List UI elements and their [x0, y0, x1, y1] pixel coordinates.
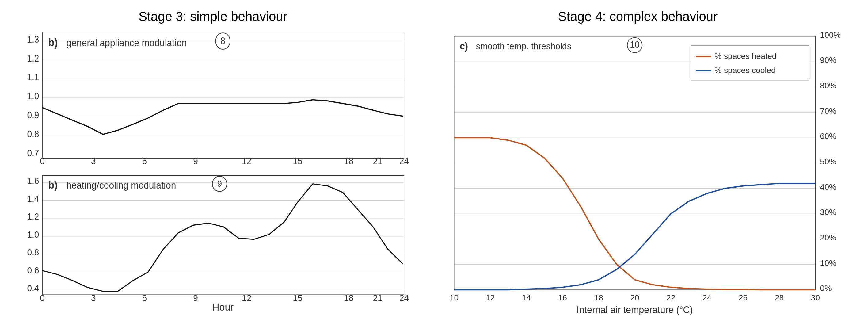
svg-text:12: 12: [242, 292, 251, 302]
svg-text:12: 12: [486, 293, 495, 302]
svg-text:40%: 40%: [820, 182, 836, 192]
svg-rect-42: [42, 175, 404, 295]
svg-text:0: 0: [40, 292, 45, 302]
main-container: Stage 3: simple behaviour 1.3 1.2 1.1 1.…: [0, 0, 868, 321]
svg-text:1.6: 1.6: [27, 176, 39, 186]
svg-text:3: 3: [91, 156, 96, 167]
svg-text:1.0: 1.0: [27, 91, 39, 101]
svg-text:% spaces heated: % spaces heated: [714, 52, 777, 61]
svg-text:0%: 0%: [820, 284, 832, 293]
svg-text:0.8: 0.8: [27, 128, 39, 139]
svg-text:70%: 70%: [820, 107, 836, 116]
svg-text:smooth temp. thresholds: smooth temp. thresholds: [476, 41, 571, 51]
svg-text:1.3: 1.3: [27, 34, 39, 45]
svg-text:1.1: 1.1: [27, 72, 39, 83]
svg-text:1.2: 1.2: [27, 211, 39, 221]
svg-text:0.9: 0.9: [27, 110, 39, 120]
svg-text:28: 28: [775, 293, 783, 302]
svg-text:15: 15: [293, 292, 303, 302]
svg-text:21: 21: [373, 156, 382, 167]
svg-text:0.7: 0.7: [27, 147, 39, 158]
svg-text:% spaces cooled: % spaces cooled: [714, 66, 776, 75]
left-title: Stage 3: simple behaviour: [15, 9, 411, 24]
svg-text:20: 20: [630, 293, 639, 302]
svg-text:26: 26: [739, 293, 748, 302]
svg-text:14: 14: [522, 293, 531, 302]
svg-text:21: 21: [373, 292, 382, 302]
svg-text:1.0: 1.0: [27, 229, 39, 239]
svg-text:24: 24: [399, 292, 409, 302]
svg-text:6: 6: [142, 156, 147, 167]
svg-text:16: 16: [558, 293, 567, 302]
svg-text:20%: 20%: [820, 233, 836, 242]
svg-text:0.4: 0.4: [27, 283, 39, 293]
svg-text:30%: 30%: [820, 208, 836, 217]
svg-text:1.2: 1.2: [27, 53, 39, 63]
svg-text:9: 9: [217, 178, 222, 188]
svg-text:10: 10: [630, 39, 640, 49]
svg-text:3: 3: [91, 292, 96, 302]
svg-text:80%: 80%: [820, 81, 836, 90]
svg-text:Hour: Hour: [212, 301, 234, 312]
svg-text:Internal air temperature (°C): Internal air temperature (°C): [577, 304, 693, 315]
svg-text:c): c): [460, 41, 468, 52]
svg-text:6: 6: [142, 292, 147, 302]
svg-text:9: 9: [193, 292, 198, 302]
svg-text:30: 30: [811, 293, 819, 302]
svg-text:15: 15: [293, 156, 303, 167]
svg-text:0.6: 0.6: [27, 265, 39, 275]
svg-text:22: 22: [666, 293, 675, 302]
svg-text:60%: 60%: [820, 132, 836, 141]
svg-text:18: 18: [344, 292, 353, 302]
svg-text:18: 18: [344, 156, 353, 167]
svg-text:100%: 100%: [820, 30, 841, 39]
svg-text:8: 8: [220, 35, 225, 46]
right-title: Stage 4: complex behaviour: [423, 9, 853, 24]
svg-text:10%: 10%: [820, 259, 836, 268]
svg-text:24: 24: [703, 293, 711, 302]
chart-c: 0% 10% 20% 30% 40% 50% 60% 70% 80% 90% 1…: [423, 27, 853, 315]
svg-text:12: 12: [242, 156, 251, 167]
svg-text:18: 18: [594, 293, 603, 302]
chart-a: 1.3 1.2 1.1 1.0 0.9 0.8 0.7 0 3 6 9: [15, 27, 411, 168]
svg-text:heating/cooling modulation: heating/cooling modulation: [66, 180, 176, 191]
svg-text:0.8: 0.8: [27, 247, 39, 257]
right-panel: Stage 4: complex behaviour: [417, 6, 865, 315]
svg-text:1.4: 1.4: [27, 194, 39, 204]
svg-text:b): b): [48, 179, 57, 191]
left-panel: Stage 3: simple behaviour 1.3 1.2 1.1 1.…: [3, 6, 417, 315]
svg-text:general appliance modulation: general appliance modulation: [66, 37, 187, 49]
svg-text:50%: 50%: [820, 157, 836, 166]
svg-text:b): b): [48, 36, 57, 49]
svg-rect-23: [42, 32, 404, 158]
svg-text:9: 9: [193, 156, 198, 167]
svg-rect-96: [691, 46, 809, 80]
svg-text:10: 10: [450, 293, 459, 302]
chart-b: 1.6 1.4 1.2 1.0 0.8 0.6 0.4 0 3: [15, 171, 411, 312]
svg-text:90%: 90%: [820, 56, 836, 65]
